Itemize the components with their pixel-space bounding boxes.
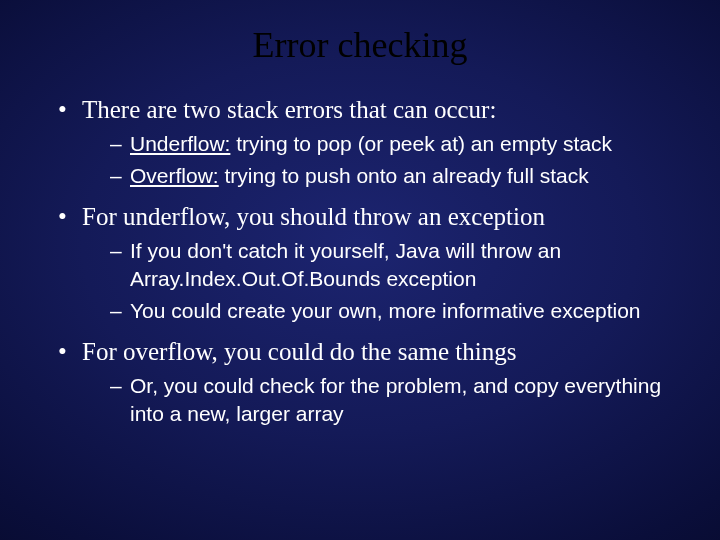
bullet-1-sub-1: Underflow: trying to pop (or peek at) an… [110,130,690,158]
bullet-2-sub-1-pre: If you don't catch it yourself, Java wil… [130,239,561,262]
underflow-term: Underflow: [130,132,230,155]
bullet-2-sub-2-text: You could create your own, more informat… [130,299,641,322]
bullet-2-sub-2: You could create your own, more informat… [110,297,690,325]
bullet-1-sub-2-rest: trying to push onto an already full stac… [219,164,589,187]
overflow-term: Overflow: [130,164,219,187]
bullet-1-sub-2: Overflow: trying to push onto an already… [110,162,690,190]
exception-code: Array.Index.Out.Of.Bounds [130,267,381,290]
content-list: There are two stack errors that can occu… [30,94,690,428]
bullet-3-sublist: Or, you could check for the problem, and… [82,372,690,429]
bullet-2: For underflow, you should throw an excep… [58,201,690,326]
bullet-2-text: For underflow, you should throw an excep… [82,203,545,230]
slide: Error checking There are two stack error… [0,0,720,540]
bullet-1-sub-1-rest: trying to pop (or peek at) an empty stac… [230,132,612,155]
bullet-3-text: For overflow, you could do the same thin… [82,338,516,365]
bullet-3-sub-1-text: Or, you could check for the problem, and… [130,374,661,425]
bullet-3: For overflow, you could do the same thin… [58,336,690,429]
bullet-2-sublist: If you don't catch it yourself, Java wil… [82,237,690,326]
bullet-1-sublist: Underflow: trying to pop (or peek at) an… [82,130,690,191]
bullet-1-text: There are two stack errors that can occu… [82,96,496,123]
bullet-2-sub-1-post: exception [381,267,477,290]
bullet-2-sub-1: If you don't catch it yourself, Java wil… [110,237,690,294]
bullet-1: There are two stack errors that can occu… [58,94,690,191]
slide-title: Error checking [30,24,690,66]
bullet-3-sub-1: Or, you could check for the problem, and… [110,372,690,429]
